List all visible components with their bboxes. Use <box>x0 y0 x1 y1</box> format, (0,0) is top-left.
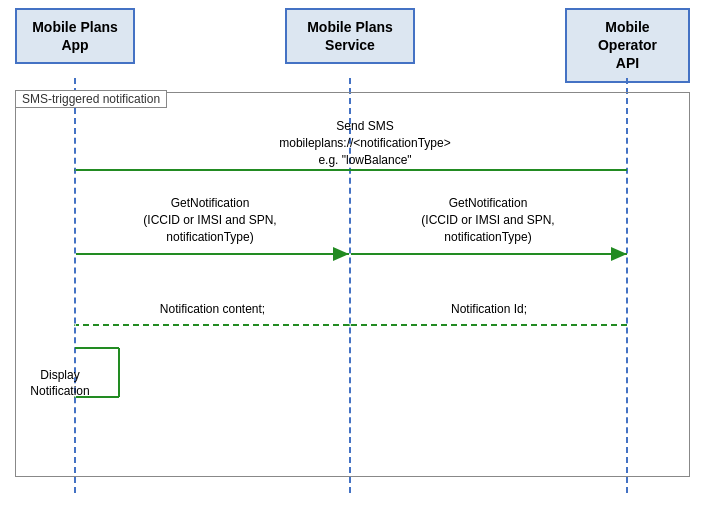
actor-api: Mobile OperatorAPI <box>565 8 690 83</box>
msg5-arrow <box>349 318 631 332</box>
msg2-arrow <box>74 247 354 261</box>
msg3-arrow <box>349 247 631 261</box>
msg1-arrow <box>74 163 629 177</box>
actor-app: Mobile Plans App <box>15 8 135 64</box>
msg1-label: Send SMSmobileplans://<notificationType>… <box>150 118 580 168</box>
msg5-label: Notification Id; <box>355 302 623 316</box>
sequence-diagram: Mobile Plans App Mobile PlansService Mob… <box>0 0 706 505</box>
self-loop-arrow <box>74 347 124 402</box>
actor-service: Mobile PlansService <box>285 8 415 64</box>
frame-label: SMS-triggered notification <box>15 90 167 108</box>
msg2-label: GetNotification(ICCID or IMSI and SPN,no… <box>80 195 340 245</box>
msg4-label: Notification content; <box>80 302 345 316</box>
msg4-arrow <box>74 318 354 332</box>
msg3-label: GetNotification(ICCID or IMSI and SPN,no… <box>352 195 624 245</box>
